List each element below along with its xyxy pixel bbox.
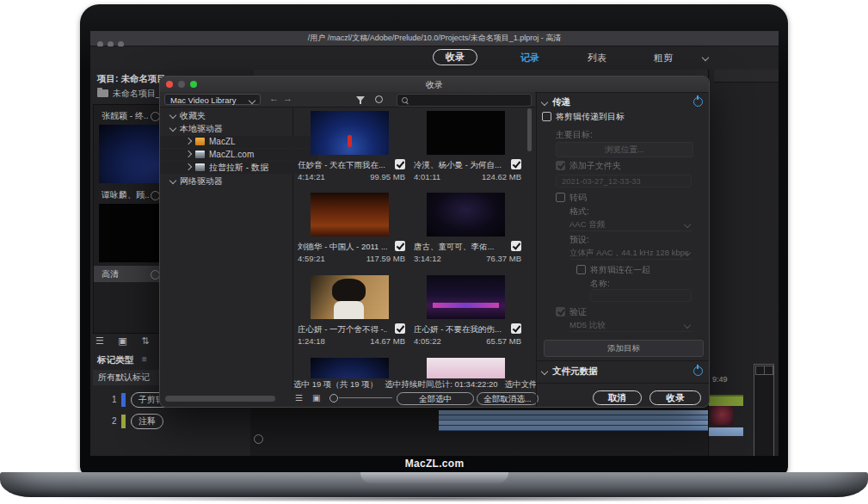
timeline-scroll-handle-left[interactable] [254, 434, 263, 444]
timecode-fragment: 9:49 [712, 375, 728, 384]
select-all-button[interactable]: 全部选中 [397, 392, 474, 405]
name-label: 名称: [590, 278, 610, 290]
panel-menu-icon[interactable]: ≡ [142, 354, 147, 364]
power-toggle-icon[interactable] [693, 366, 703, 376]
tab-list[interactable]: 列表 [588, 52, 606, 65]
clip-thumbnail [311, 275, 389, 319]
drive-tree: 收藏夹 本地驱动器 MacZL MacZL.com 拉普拉斯 - 数据 网络驱动… [160, 107, 293, 390]
clip-thumbnail [311, 193, 389, 237]
marker-row[interactable]: 2 注释 [90, 413, 250, 432]
tree-item-favorites[interactable]: 收藏夹 [160, 110, 303, 122]
bin-view-controls: ☰ ▣ ⇅ [95, 335, 159, 349]
timeline-clip-bar[interactable] [709, 395, 743, 406]
transfer-panel: 传递 将剪辑传递到目标 主要目标: 浏览位置... 添加子文件夹 2021-03… [536, 92, 710, 407]
ingest-button[interactable]: 收录 [649, 390, 701, 405]
transfer-checkbox[interactable] [542, 112, 551, 121]
clip-name: 刘德华 - 中国人 - 2011 ... [298, 242, 387, 253]
clip-checkbox[interactable] [511, 323, 521, 334]
add-target-button[interactable]: 添加目标 [544, 340, 704, 357]
tab-logging[interactable]: 记录 [520, 52, 539, 65]
file-metadata-header: 文件元数据 [552, 366, 598, 378]
power-toggle-icon[interactable] [693, 97, 703, 107]
format-select[interactable]: AAC 音频 [569, 218, 692, 231]
chevron-down-icon[interactable] [541, 368, 548, 375]
filter-icon[interactable] [356, 96, 365, 101]
sort-settings-icon[interactable]: ⇅ [141, 335, 149, 347]
format-label: 格式: [569, 206, 589, 218]
app-titlebar: /用户 /maczl/文稿/Adobe/Prelude/10.0/Project… [90, 31, 779, 46]
list-view-icon[interactable]: ☰ [95, 335, 104, 347]
forward-arrow-icon[interactable]: → [283, 93, 292, 103]
tab-ingest[interactable]: 收录 [433, 49, 477, 65]
search-icon [402, 97, 408, 103]
verify-label: 验证 [569, 306, 587, 318]
app-title: /用户 /maczl/文稿/Adobe/Prelude/10.0/Project… [90, 33, 779, 44]
app-screen: /用户 /maczl/文稿/Adobe/Prelude/10.0/Project… [90, 31, 779, 456]
project-root-item[interactable]: 未命名项目_1 [97, 88, 165, 100]
subfolder-name-field[interactable]: 2021-03-27_12-33-33 [556, 175, 692, 187]
tree-item-local-drives[interactable]: 本地驱动器 [160, 123, 303, 135]
clip-duration: 4:59:21 [298, 254, 325, 263]
workflow-tabbar: 收录 记录 列表 粗剪 [90, 46, 779, 71]
marker-label-pill[interactable]: 注释 [131, 414, 163, 429]
timeline-panel [250, 403, 741, 456]
browse-location-button[interactable]: 浏览位置... [556, 142, 693, 157]
orange-folder-icon [195, 138, 205, 145]
library-select[interactable]: Mac Video Library [164, 94, 261, 105]
clip-checkbox[interactable] [395, 323, 405, 334]
right-side-panels: 9:49 [708, 70, 779, 456]
add-subfolder-checkbox[interactable] [556, 161, 565, 170]
marker-number: 1 [112, 395, 117, 404]
clip-checkbox[interactable] [511, 159, 521, 169]
audio-meter [754, 364, 774, 456]
vertical-scrollbar[interactable] [527, 108, 532, 151]
clip-size: 14.67 MB [370, 336, 405, 346]
thumbnail-view-icon[interactable]: ▣ [312, 393, 320, 403]
clip-thumbnail [427, 193, 505, 237]
chevron-down-icon[interactable] [702, 54, 709, 61]
transcode-label: 转码 [569, 192, 587, 204]
bin-clip-label[interactable]: 张靓颖 - 终.. [102, 110, 148, 122]
clip-checkbox[interactable] [395, 159, 405, 169]
grid-footer: ☰ ▣ 全部选中 全部取消选... [293, 392, 537, 407]
clip-checkbox[interactable] [395, 241, 405, 251]
clip-thumbnail[interactable] [427, 358, 505, 378]
back-arrow-icon[interactable]: ← [269, 93, 279, 103]
deselect-all-button[interactable]: 全部取消选... [477, 392, 539, 405]
tree-item-network-drives[interactable]: 网络驱动器 [160, 175, 303, 187]
thumbnail-view-icon[interactable]: ▣ [118, 335, 126, 347]
timeline-clip-thumbnail [711, 406, 733, 425]
tab-rough-cut[interactable]: 粗剪 [654, 52, 673, 65]
zoom-slider-knob[interactable] [329, 394, 338, 403]
marker-color-swatch [121, 415, 126, 428]
bin-clip-label[interactable]: 谭咏麟、顾.. [102, 189, 150, 201]
dialog-titlebar: 收录 [160, 77, 709, 93]
search-input[interactable] [397, 94, 532, 107]
preset-label: 预设: [569, 234, 589, 246]
audio-meter-channel [764, 366, 773, 375]
primary-target-label: 主要目标: [556, 129, 593, 141]
chevron-down-icon[interactable] [541, 99, 548, 106]
disk-icon [195, 163, 205, 171]
horizontal-scrollbar[interactable] [165, 396, 275, 402]
clip-name: 庄心妍 - 不要在我的伤... [414, 324, 503, 335]
marker-number: 2 [112, 416, 117, 426]
list-view-icon[interactable]: ☰ [295, 393, 303, 403]
bezel-brand-text: MacZL.com [90, 458, 779, 471]
verify-checkbox[interactable] [556, 307, 565, 317]
clip-thumbnail [427, 111, 505, 155]
clip-size: 76.37 MB [486, 254, 521, 263]
clip-checkbox[interactable] [511, 241, 521, 251]
stitch-clips-checkbox[interactable] [576, 265, 586, 274]
zoom-slider[interactable] [339, 397, 392, 398]
stitch-name-field[interactable] [590, 289, 692, 302]
clip-thumbnail[interactable] [311, 358, 389, 378]
clip-duration: 1:24:18 [298, 336, 325, 346]
clip-grid: 任妙音 - 天在下雨我在... 4:14:2199.95 MB 冷漠、杨小曼 -… [293, 107, 535, 378]
view-settings-icon[interactable] [375, 95, 383, 103]
disk-icon [195, 151, 205, 158]
verify-method-select[interactable]: MD5 比较 [569, 318, 692, 332]
preset-select[interactable]: 立体声 AAC，44.1 kHz 128 kbps [569, 246, 692, 260]
transcode-checkbox[interactable] [556, 193, 565, 202]
cancel-button[interactable]: 取消 [593, 390, 642, 405]
